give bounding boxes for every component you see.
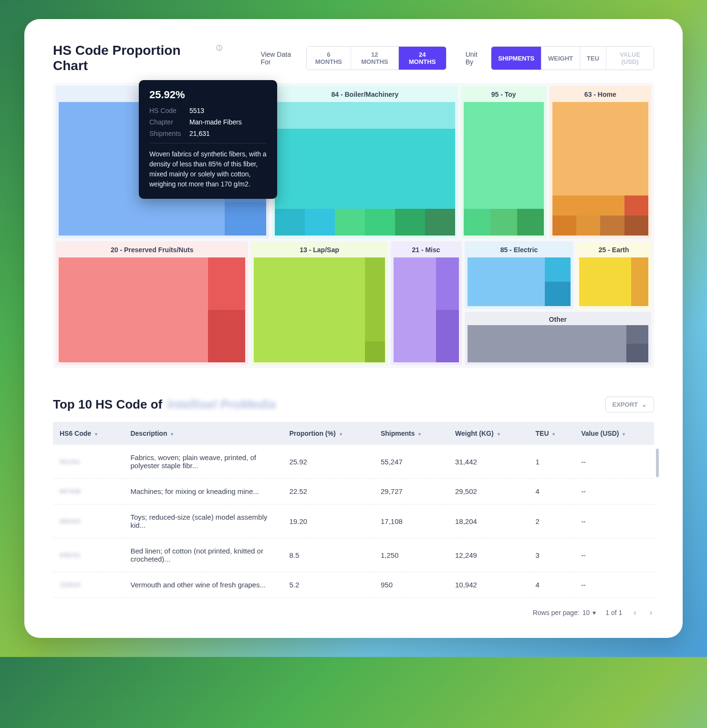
cell-value: --: [574, 445, 654, 479]
unit-teu[interactable]: TEU: [580, 47, 606, 70]
tooltip-percent: 25.92%: [149, 89, 267, 101]
table-body: 551341Fabrics, woven; plain weave, print…: [53, 445, 654, 598]
cell-weight: 10,942: [448, 572, 529, 598]
treemap-cell-label: 13 - Lap/Sap: [254, 244, 385, 257]
cell-proportion: 8.5: [282, 538, 374, 572]
sort-icon: ▾: [552, 431, 555, 437]
tooltip-hs-code-value: 5513: [189, 107, 204, 114]
column-hs-code[interactable]: HS6 Code ▾: [53, 422, 124, 445]
scrollbar-thumb[interactable]: [656, 449, 659, 477]
dashboard-card: HS Code Proportion Chart ⓘ View Data For…: [24, 19, 683, 638]
cell-proportion: 25.92: [282, 445, 374, 479]
treemap-cell-95[interactable]: 95 - Toy: [461, 86, 547, 238]
hs-code-table: HS6 Code ▾Description ▾Proportion (%) ▾S…: [53, 422, 654, 598]
treemap-cell-13[interactable]: 13 - Lap/Sap: [251, 241, 387, 365]
unit-weight[interactable]: WEIGHT: [541, 47, 580, 70]
sort-icon: ▾: [95, 431, 97, 437]
treemap-cell-20[interactable]: 20 - Preserved Fruits/Nuts: [56, 241, 248, 365]
treemap-cell-label: 85 - Electric: [468, 244, 571, 257]
column-proportion-[interactable]: Proportion (%) ▾: [282, 422, 374, 445]
table-row[interactable]: 847439Machines; for mixing or kneading m…: [53, 479, 654, 504]
cell-shipments: 55,247: [374, 445, 448, 479]
rows-per-page-value: 10: [582, 609, 590, 616]
view-data-for-group: View Data For 6 MONTHS12 MONTHS24 MONTHS: [260, 46, 446, 70]
view-period-24-months[interactable]: 24 MONTHS: [399, 47, 446, 70]
column-weight-kg-[interactable]: Weight (KG) ▾: [448, 422, 529, 445]
view-period-toggle: 6 MONTHS12 MONTHS24 MONTHS: [306, 46, 447, 70]
treemap-cell-63[interactable]: 63 - Home: [550, 86, 651, 238]
unit-toggle: SHIPMENTSWEIGHTTEUVALUE (USD): [491, 46, 654, 70]
sort-icon: ▾: [498, 431, 500, 437]
export-label: EXPORT: [613, 401, 638, 408]
column-shipments[interactable]: Shipments ▾: [374, 422, 448, 445]
pagination: Rows per page: 10 ▾ 1 of 1 ‹ ›: [53, 606, 654, 619]
tooltip-shipments-label: Shipments: [149, 130, 183, 137]
cell-proportion: 5.2: [282, 572, 374, 598]
cell-weight: 12,249: [448, 538, 529, 572]
unit-by-label: Unit By: [466, 51, 487, 66]
chart-title: HS Code Proportion Chart ⓘ: [53, 43, 222, 73]
cell-shipments: 950: [374, 572, 448, 598]
tooltip-chapter-label: Chapter: [149, 118, 183, 126]
unit-by-group: Unit By SHIPMENTSWEIGHTTEUVALUE (USD): [466, 46, 654, 70]
rows-per-page[interactable]: Rows per page: 10 ▾: [533, 609, 596, 616]
cell-description: Fabrics, woven; plain weave, printed, of…: [124, 445, 282, 479]
table-row[interactable]: 950320Toys; reduced-size (scale) model a…: [53, 504, 654, 538]
cell-teu: 3: [529, 538, 575, 572]
treemap-tooltip: 25.92% HS Code5513 ChapterMan-made Fiber…: [139, 80, 277, 199]
column-teu[interactable]: TEU ▾: [529, 422, 575, 445]
cell-description: Toys; reduced-size (scale) model assembl…: [124, 504, 282, 538]
cell-teu: 4: [529, 479, 575, 504]
view-period-6-months[interactable]: 6 MONTHS: [307, 47, 351, 70]
cell-hs6-code: 220510: [53, 572, 124, 598]
treemap-cell-label: 20 - Preserved Fruits/Nuts: [59, 244, 245, 257]
cell-description: Bed linen; of cotton (not printed, knitt…: [124, 538, 282, 572]
prev-page-button[interactable]: ‹: [632, 606, 638, 619]
cell-hs6-code: 630231: [53, 538, 124, 572]
column-value-usd-[interactable]: Value (USD) ▾: [574, 422, 654, 445]
chart-title-text: HS Code Proportion Chart: [53, 43, 213, 73]
unit-value-usd-: VALUE (USD): [606, 47, 654, 70]
table-title-company: Intellisel ProMedia: [167, 397, 276, 412]
table-header-row: HS6 Code ▾Description ▾Proportion (%) ▾S…: [53, 422, 654, 445]
unit-shipments[interactable]: SHIPMENTS: [491, 47, 541, 70]
cell-proportion: 19.20: [282, 504, 374, 538]
cell-value: --: [574, 504, 654, 538]
tooltip-description: Woven fabrics of synthetic fibers, with …: [149, 149, 267, 189]
treemap-cell-84[interactable]: 84 - Boiler/Machinery: [272, 86, 458, 238]
treemap-cell-85[interactable]: 85 - Electric: [465, 241, 574, 309]
cell-description: Vermouth and other wine of fresh grapes.…: [124, 572, 282, 598]
treemap-cell-other[interactable]: Other: [465, 312, 651, 365]
column-description[interactable]: Description ▾: [124, 422, 282, 445]
table-row[interactable]: 630231Bed linen; of cotton (not printed,…: [53, 538, 654, 572]
view-period-12-months[interactable]: 12 MONTHS: [351, 47, 399, 70]
treemap-cell-label: 84 - Boiler/Machinery: [275, 89, 455, 102]
treemap-cell-25[interactable]: 25 - Earth: [576, 241, 651, 309]
info-icon[interactable]: ⓘ: [216, 44, 222, 52]
cell-hs6-code: 551341: [53, 445, 124, 479]
dropdown-icon: ▾: [593, 609, 596, 616]
rows-per-page-label: Rows per page:: [533, 609, 580, 616]
cell-teu: 1: [529, 445, 575, 479]
view-data-label: View Data For: [260, 51, 301, 66]
treemap-cell-label: 63 - Home: [552, 89, 648, 102]
export-button[interactable]: EXPORT ⌄: [605, 397, 654, 412]
treemap-cell-label: 25 - Earth: [579, 244, 648, 257]
chart-header: HS Code Proportion Chart ⓘ View Data For…: [53, 43, 654, 73]
table-section-title: Top 10 HS Code of Intellisel ProMedia EX…: [53, 397, 654, 412]
tooltip-chapter-value: Man-made Fibers: [189, 118, 242, 126]
treemap-container: 5 84 - Boiler/Machinery: [53, 83, 654, 368]
table-row[interactable]: 220510Vermouth and other wine of fresh g…: [53, 572, 654, 598]
cell-shipments: 1,250: [374, 538, 448, 572]
chevron-down-icon: ⌄: [642, 401, 647, 408]
sort-icon: ▾: [340, 431, 342, 437]
sort-icon: ▾: [418, 431, 421, 437]
treemap-cell-label: Other: [468, 315, 648, 325]
cell-value: --: [574, 572, 654, 598]
treemap-cell-21[interactable]: 21 - Misc: [391, 241, 462, 365]
cell-weight: 18,204: [448, 504, 529, 538]
table-title-prefix: Top 10 HS Code of: [53, 397, 162, 412]
next-page-button[interactable]: ›: [648, 606, 654, 619]
cell-value: --: [574, 479, 654, 504]
table-row[interactable]: 551341Fabrics, woven; plain weave, print…: [53, 445, 654, 479]
